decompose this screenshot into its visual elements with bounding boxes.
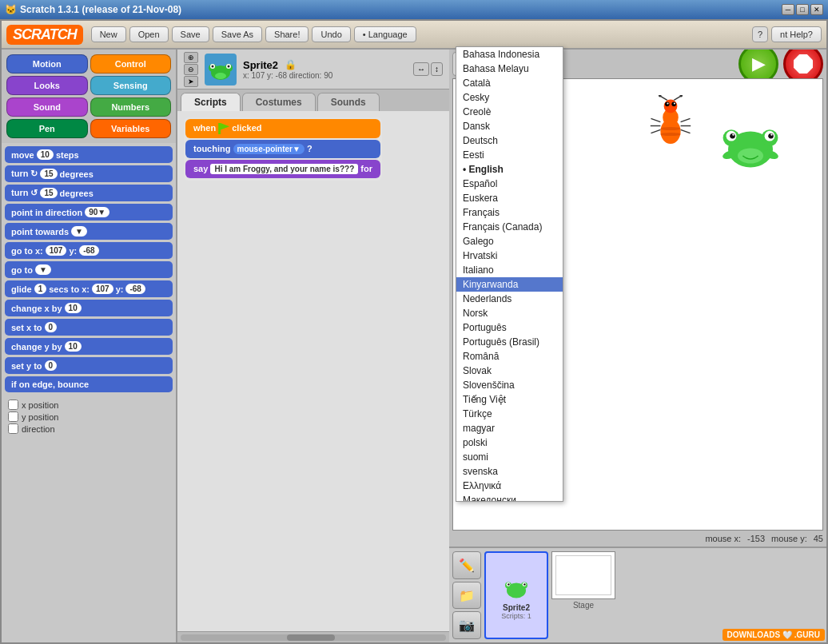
lang-hrvatski[interactable]: Hrvatski: [456, 248, 563, 263]
lang-creole[interactable]: Creolè: [456, 105, 563, 119]
script-canvas[interactable]: when clicked touching mouse-pointer▼ ? s…: [177, 111, 449, 631]
category-motion[interactable]: Motion: [6, 54, 88, 74]
lang-kinyarwanda[interactable]: Kinyarwanda: [456, 277, 563, 292]
stage-bottom: mouse x: -153 mouse y: 45: [449, 531, 826, 547]
checkbox-yposition: y position: [8, 411, 173, 422]
block-turn-cw[interactable]: turn ↻ 15 degrees: [5, 165, 173, 182]
tab-sounds[interactable]: Sounds: [317, 93, 380, 111]
category-numbers[interactable]: Numbers: [90, 97, 172, 117]
category-sound[interactable]: Sound: [6, 97, 88, 117]
sprite-thumb-sprite2[interactable]: Sprite2 Scripts: 1: [484, 551, 548, 639]
lang-francais-canada[interactable]: Français (Canada): [456, 220, 563, 234]
checkbox-xposition-input[interactable]: [8, 400, 18, 410]
checkbox-yposition-input[interactable]: [8, 411, 18, 422]
block-set-y[interactable]: set y to 0: [5, 357, 173, 374]
lang-espanol[interactable]: Español: [456, 177, 563, 191]
checkbox-direction-input[interactable]: [8, 423, 18, 434]
close-button[interactable]: ✕: [810, 4, 823, 15]
language-button[interactable]: • Language: [354, 26, 416, 42]
flag-icon: [218, 123, 229, 134]
block-point-direction[interactable]: point in direction 90▼: [5, 204, 173, 221]
lang-polski[interactable]: polski: [456, 435, 563, 450]
category-looks[interactable]: Looks: [6, 76, 88, 95]
block-touching[interactable]: touching mouse-pointer▼ ?: [185, 140, 380, 158]
sprite-arrows: ↔ ↕: [413, 62, 443, 76]
lang-suomi[interactable]: suomi: [456, 450, 563, 464]
script-scrollbar[interactable]: [177, 631, 449, 642]
block-change-y[interactable]: change y by 10: [5, 338, 173, 355]
language-dropdown[interactable]: Bahasa Indonesia Bahasa Melayu Català Ce…: [456, 46, 563, 502]
sprite-flip-v[interactable]: ↕: [431, 62, 443, 76]
checkbox-yposition-label: y position: [22, 412, 58, 422]
lang-magyar[interactable]: magyar: [456, 421, 563, 435]
lang-english[interactable]: • English: [456, 162, 563, 177]
block-say[interactable]: say Hi I am Froggy, and your name is??? …: [185, 160, 380, 178]
lang-greek[interactable]: Ελληνικά: [456, 479, 563, 493]
sprite-list: Sprite2 Scripts: 1 Stage: [484, 551, 823, 639]
block-goto[interactable]: go to ▼: [5, 261, 173, 278]
lang-tieng-viet[interactable]: Tiếng Việt: [456, 392, 563, 407]
block-change-x[interactable]: change x by 10: [5, 300, 173, 316]
scrollbar-thumb[interactable]: [287, 634, 335, 641]
open-button[interactable]: Open: [129, 26, 169, 42]
folder-tool-btn[interactable]: 📁: [452, 582, 481, 610]
lang-cesky[interactable]: Cesky: [456, 90, 563, 105]
tab-costumes[interactable]: Costumes: [242, 93, 316, 111]
category-sensing[interactable]: Sensing: [90, 76, 172, 95]
paint-tool-btn[interactable]: ✏️: [452, 551, 481, 579]
lang-svenska[interactable]: svenska: [456, 464, 563, 479]
lang-nederlands[interactable]: Nederlands: [456, 292, 563, 306]
lang-francais[interactable]: Français: [456, 205, 563, 220]
block-goto-xy[interactable]: go to x: 107 y: -68: [5, 242, 173, 259]
block-move[interactable]: move 10 steps: [5, 146, 173, 163]
lang-euskera[interactable]: Euskera: [456, 191, 563, 205]
category-pen[interactable]: Pen: [6, 119, 88, 138]
lang-eesti[interactable]: Eesti: [456, 148, 563, 162]
svg-point-47: [523, 583, 525, 585]
block-touching-val: mouse-pointer▼: [233, 144, 305, 154]
lang-bahasa-melayu[interactable]: Bahasa Melayu: [456, 62, 563, 76]
sprite-arrow-btn[interactable]: ➤: [184, 76, 198, 87]
lang-macedonian[interactable]: Македонски: [456, 493, 563, 502]
tab-scripts[interactable]: Scripts: [181, 93, 241, 111]
lang-slovenscina[interactable]: Slovenščina: [456, 378, 563, 392]
svg-point-40: [660, 133, 680, 136]
lang-galego[interactable]: Galego: [456, 234, 563, 248]
maximize-button[interactable]: □: [796, 4, 809, 15]
lang-norsk[interactable]: Norsk: [456, 306, 563, 320]
lang-romana[interactable]: Română: [456, 349, 563, 364]
lang-catala[interactable]: Català: [456, 76, 563, 90]
sprite-shrink-btn[interactable]: ⊖: [184, 64, 198, 75]
block-when-clicked[interactable]: when clicked: [185, 119, 380, 138]
saveas-button[interactable]: Save As: [213, 26, 262, 42]
block-glide[interactable]: glide 1 secs to x: 107 y: -68: [5, 280, 173, 297]
lang-bahasa-indonesia[interactable]: Bahasa Indonesia: [456, 47, 563, 62]
stage-mini[interactable]: [551, 551, 615, 599]
block-bounce[interactable]: if on edge, bounce: [5, 376, 173, 392]
sprites-panel: ✏️ 📁 📷: [449, 547, 826, 642]
minimize-button[interactable]: ─: [782, 4, 794, 15]
camera-tool-btn[interactable]: 📷: [452, 611, 481, 639]
block-turn-ccw[interactable]: turn ↺ 15 degrees: [5, 185, 173, 201]
lang-italiano[interactable]: Italiano: [456, 263, 563, 277]
scrollbar-track[interactable]: [181, 634, 446, 641]
lang-dansk[interactable]: Dansk: [456, 119, 563, 133]
lang-portugues[interactable]: Português: [456, 320, 563, 335]
svg-line-35: [651, 129, 661, 133]
category-control[interactable]: Control: [90, 54, 172, 74]
category-variables[interactable]: Variables: [90, 119, 172, 138]
sprite-flip-h[interactable]: ↔: [413, 62, 429, 76]
lang-portugues-brasil[interactable]: Português (Brasil): [456, 335, 563, 349]
undo-button[interactable]: Undo: [312, 26, 350, 42]
sprite-expand-btn[interactable]: ⊕: [184, 52, 198, 63]
lang-deutsch[interactable]: Deutsch: [456, 133, 563, 148]
mouse-y-label: mouse y:: [771, 534, 807, 543]
block-set-x[interactable]: set x to 0: [5, 319, 173, 336]
help-button[interactable]: nt Help?: [771, 26, 822, 42]
share-button[interactable]: Share!: [265, 26, 309, 42]
save-button[interactable]: Save: [172, 26, 209, 42]
lang-turkce[interactable]: Türkçe: [456, 407, 563, 421]
lang-slovak[interactable]: Slovak: [456, 364, 563, 378]
new-button[interactable]: New: [91, 26, 126, 42]
block-point-towards[interactable]: point towards ▼: [5, 223, 173, 240]
